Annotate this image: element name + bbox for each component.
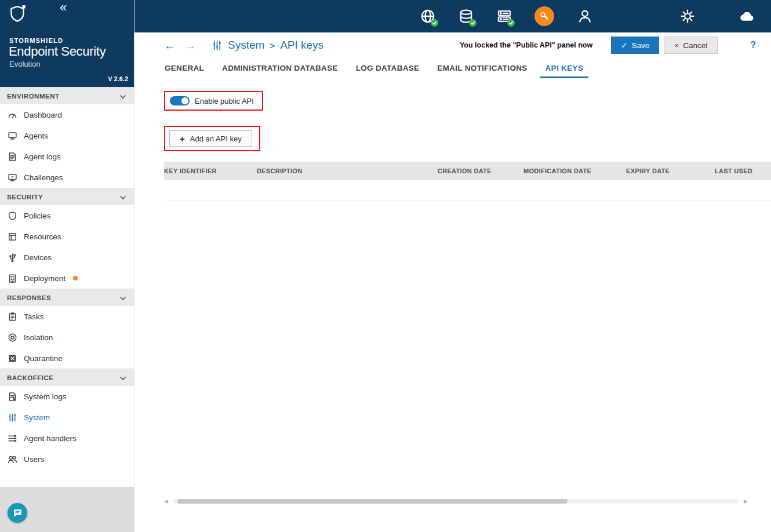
sidebar-item-deployment[interactable]: Deployment bbox=[0, 268, 134, 289]
sidebar-item-users[interactable]: Users bbox=[0, 449, 134, 469]
column-header-key-identifier[interactable]: KEY IDENTIFIER bbox=[164, 167, 257, 174]
topbar bbox=[134, 0, 771, 32]
sidebar-nav: ENVIRONMENTDashboardAgentsAgent logsChal… bbox=[0, 87, 134, 487]
sidebar-item-quarantine[interactable]: Quarantine bbox=[0, 348, 134, 369]
sidebar-item-devices[interactable]: Devices bbox=[0, 247, 134, 268]
chat-button[interactable] bbox=[8, 503, 27, 523]
sidebar-item-label: Agent handlers bbox=[24, 434, 77, 443]
scroll-left-icon[interactable]: ◀ bbox=[164, 499, 168, 504]
scroll-right-icon[interactable]: ▶ bbox=[744, 499, 748, 504]
version-label: V 2.6.2 bbox=[108, 75, 128, 82]
page-header: ← → System > API keys You locked the "Pu… bbox=[134, 32, 771, 58]
section-label: SECURITY bbox=[7, 194, 43, 201]
main-area: ← → System > API keys You locked the "Pu… bbox=[134, 0, 771, 532]
sidebar-item-policies[interactable]: Policies bbox=[0, 205, 134, 226]
chevron-down-icon bbox=[120, 194, 126, 201]
tab-general[interactable]: GENERAL bbox=[159, 64, 209, 78]
sidebar-item-label: Resources bbox=[24, 232, 61, 241]
tasks-icon bbox=[8, 312, 17, 322]
sidebar-section-responses[interactable]: RESPONSES bbox=[0, 289, 134, 306]
cancel-button-label: Cancel bbox=[683, 41, 707, 50]
tab-email-notifications[interactable]: EMAIL NOTIFICATIONS bbox=[432, 64, 532, 78]
horizontal-scrollbar[interactable]: ◀ ▶ bbox=[164, 498, 748, 505]
app-window: « STORMSHIELD Endpoint Security Evolutio… bbox=[0, 0, 771, 532]
topbar-status-icons bbox=[397, 6, 755, 26]
internet-status-icon[interactable] bbox=[420, 9, 435, 24]
table-header-row: KEY IDENTIFIERDESCRIPTIONCREATION DATEMO… bbox=[164, 162, 771, 180]
sidebar-item-challenges[interactable]: Challenges bbox=[0, 167, 134, 188]
policies-icon bbox=[8, 211, 17, 221]
enable-public-api-label: Enable public API bbox=[195, 97, 254, 105]
sidebar-item-agent-logs[interactable]: Agent logs bbox=[0, 146, 134, 167]
sidebar-section-security[interactable]: SECURITY bbox=[0, 188, 134, 205]
back-button[interactable]: ← bbox=[164, 39, 176, 51]
plus-icon: + bbox=[180, 134, 185, 144]
api-key-alert-icon[interactable] bbox=[534, 6, 554, 26]
agent-handler-status-icon[interactable] bbox=[496, 9, 512, 24]
system-icon bbox=[8, 413, 17, 422]
column-header-expiry-date[interactable]: EXPIRY DATE bbox=[626, 167, 715, 174]
tab-log-database[interactable]: LOG DATABASE bbox=[351, 64, 425, 78]
product-edition: Evolution bbox=[9, 60, 40, 68]
sidebar-item-label: Devices bbox=[24, 253, 52, 262]
status-ok-icon bbox=[507, 19, 515, 27]
sidebar-item-isolation[interactable]: Isolation bbox=[0, 327, 134, 348]
sidebar-section-backoffice[interactable]: BACKOFFICE bbox=[0, 369, 134, 386]
agents-icon bbox=[8, 131, 17, 141]
highlight-box-add-key: + Add an API key bbox=[164, 126, 260, 151]
save-button[interactable]: ✓ Save bbox=[611, 37, 659, 54]
sidebar-item-label: Quarantine bbox=[24, 354, 63, 363]
collapse-sidebar-button[interactable]: « bbox=[60, 1, 67, 14]
scrollbar-thumb[interactable] bbox=[177, 499, 568, 504]
sidebar-item-dashboard[interactable]: Dashboard bbox=[0, 104, 134, 125]
settings-sync-icon[interactable] bbox=[679, 9, 695, 24]
add-api-key-button[interactable]: + Add an API key bbox=[169, 130, 252, 147]
cancel-button[interactable]: × Cancel bbox=[664, 37, 718, 54]
table-empty-row bbox=[164, 180, 771, 201]
section-label: RESPONSES bbox=[7, 294, 51, 301]
enable-public-api-toggle[interactable] bbox=[170, 96, 190, 105]
help-button[interactable]: ? bbox=[750, 40, 756, 50]
sidebar-item-label: Users bbox=[24, 455, 44, 464]
save-button-label: Save bbox=[632, 41, 650, 50]
tab-api-keys[interactable]: API KEYS bbox=[540, 64, 588, 78]
highlight-box-enable-api: Enable public API bbox=[164, 91, 263, 111]
sidebar-header: « STORMSHIELD Endpoint Security Evolutio… bbox=[0, 0, 134, 87]
resources-icon bbox=[8, 232, 17, 242]
column-header-last-used[interactable]: LAST USED bbox=[715, 167, 771, 174]
system-breadcrumb-icon bbox=[212, 40, 223, 51]
close-icon: × bbox=[674, 41, 679, 50]
forward-button[interactable]: → bbox=[184, 39, 196, 51]
sidebar-item-agents[interactable]: Agents bbox=[0, 125, 134, 146]
section-label: ENVIRONMENT bbox=[7, 93, 59, 100]
sidebar-item-system[interactable]: System bbox=[0, 407, 134, 428]
devices-icon bbox=[8, 253, 17, 263]
column-header-description[interactable]: DESCRIPTION bbox=[257, 167, 438, 174]
sidebar-item-label: Policies bbox=[24, 212, 51, 220]
sidebar-item-label: Dashboard bbox=[24, 111, 62, 119]
sidebar-item-tasks[interactable]: Tasks bbox=[0, 306, 134, 327]
column-header-modification-date[interactable]: MODIFICATION DATE bbox=[523, 167, 626, 174]
sidebar-item-label: Agent logs bbox=[24, 152, 61, 161]
breadcrumb-section[interactable]: System bbox=[228, 39, 264, 52]
users-icon bbox=[8, 454, 17, 464]
database-status-icon[interactable] bbox=[458, 9, 474, 24]
isolation-icon bbox=[8, 333, 17, 342]
content-area: Enable public API + Add an API key KEY I… bbox=[134, 78, 771, 532]
chevron-down-icon bbox=[120, 374, 126, 381]
tab-administration-database[interactable]: ADMINISTRATION DATABASE bbox=[217, 64, 343, 78]
user-account-icon[interactable] bbox=[577, 9, 592, 24]
deployment-icon bbox=[8, 274, 17, 283]
column-header-creation-date[interactable]: CREATION DATE bbox=[438, 167, 523, 174]
product-name: Endpoint Security bbox=[9, 44, 106, 59]
sidebar-item-label: Agents bbox=[24, 132, 48, 140]
scrollbar-track[interactable] bbox=[173, 499, 739, 504]
sidebar-section-environment[interactable]: ENVIRONMENT bbox=[0, 87, 134, 104]
sidebar-item-resources[interactable]: Resources bbox=[0, 226, 134, 247]
sidebar-item-system-logs[interactable]: System logs bbox=[0, 386, 134, 407]
cloud-icon[interactable] bbox=[739, 9, 755, 24]
sidebar-item-agent-handlers[interactable]: Agent handlers bbox=[0, 428, 134, 449]
agent-handlers-icon bbox=[8, 433, 17, 443]
sidebar-item-label: Tasks bbox=[24, 312, 44, 321]
status-ok-icon bbox=[431, 19, 438, 27]
